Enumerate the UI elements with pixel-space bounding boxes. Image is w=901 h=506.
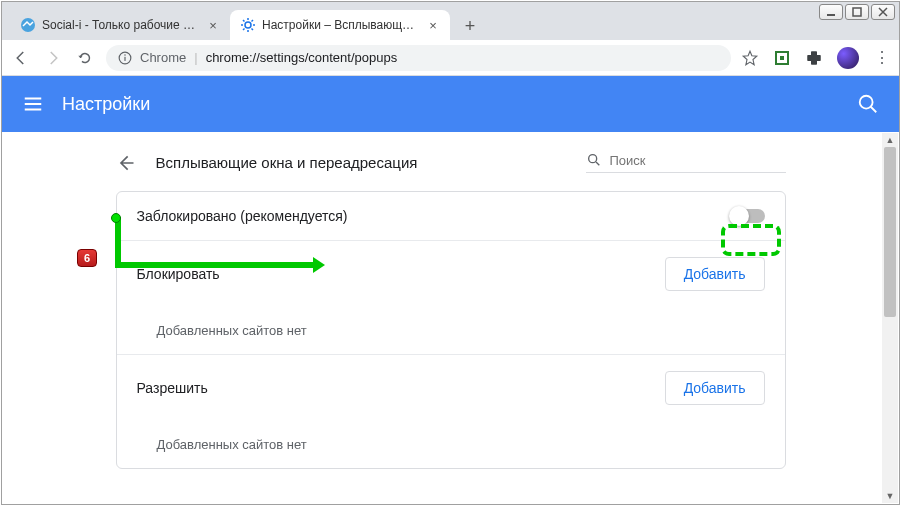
block-empty-row: Добавленных сайтов нет: [117, 307, 785, 354]
window-controls: [819, 4, 895, 20]
add-allow-button[interactable]: Добавить: [665, 371, 765, 405]
new-tab-button[interactable]: +: [456, 12, 484, 40]
svg-point-17: [860, 96, 873, 109]
close-tab-icon[interactable]: ×: [206, 18, 220, 33]
blocked-toggle[interactable]: [731, 209, 765, 223]
allow-empty-row: Добавленных сайтов нет: [117, 421, 785, 468]
favicon-settings: [240, 17, 256, 33]
back-arrow-icon[interactable]: [116, 153, 136, 173]
annotation-line: [115, 262, 315, 268]
blocked-toggle-row: Заблокировано (рекомендуется): [117, 192, 785, 240]
svg-point-14: [124, 54, 126, 56]
search-input[interactable]: [610, 153, 786, 168]
svg-line-8: [243, 20, 245, 22]
block-section-label: Блокировать: [137, 266, 665, 282]
site-info-icon[interactable]: [118, 51, 132, 65]
svg-point-3: [245, 22, 251, 28]
annotation-line: [115, 217, 121, 267]
close-window-button[interactable]: [871, 4, 895, 20]
tab-strip: Social-i - Только рабочие инстр × Настро…: [2, 2, 899, 40]
svg-rect-13: [124, 56, 125, 60]
svg-line-18: [871, 107, 877, 113]
back-button[interactable]: [10, 47, 32, 69]
panel-header: Всплывающие окна и переадресация: [116, 152, 786, 173]
extension-icon[interactable]: [773, 49, 791, 67]
svg-line-10: [243, 29, 245, 31]
svg-point-19: [588, 155, 596, 163]
svg-rect-0: [827, 14, 835, 16]
blocked-label: Заблокировано (рекомендуется): [137, 208, 731, 224]
block-empty-text: Добавленных сайтов нет: [157, 323, 307, 338]
url-scheme-label: Chrome: [140, 50, 186, 65]
settings-card: Заблокировано (рекомендуется) Блокироват…: [116, 191, 786, 469]
maximize-button[interactable]: [845, 4, 869, 20]
reload-button[interactable]: [74, 47, 96, 69]
annotation-badge: 6: [77, 249, 97, 267]
tab-settings[interactable]: Настройки – Всплывающие окн ×: [230, 10, 450, 40]
toolbar-actions: ⋮: [741, 47, 891, 69]
url-text: chrome://settings/content/popups: [206, 50, 398, 65]
hamburger-menu-icon[interactable]: [22, 93, 44, 115]
close-tab-icon[interactable]: ×: [426, 18, 440, 33]
settings-content: Всплывающие окна и переадресация Заблоки…: [2, 132, 899, 504]
svg-line-11: [252, 20, 254, 22]
annotation-dot: [111, 213, 121, 223]
forward-button[interactable]: [42, 47, 64, 69]
panel-title: Всплывающие окна и переадресация: [156, 154, 566, 171]
minimize-button[interactable]: [819, 4, 843, 20]
address-bar[interactable]: Chrome | chrome://settings/content/popup…: [106, 45, 731, 71]
tab-title: Настройки – Всплывающие окн: [262, 18, 420, 32]
bookmark-star-icon[interactable]: [741, 49, 759, 67]
svg-rect-1: [853, 8, 861, 16]
allow-section-label: Разрешить: [137, 380, 665, 396]
settings-header: Настройки: [2, 76, 899, 132]
settings-search[interactable]: [586, 152, 786, 173]
svg-line-20: [596, 162, 599, 165]
add-block-button[interactable]: Добавить: [665, 257, 765, 291]
extensions-puzzle-icon[interactable]: [805, 49, 823, 67]
profile-avatar[interactable]: [837, 47, 859, 69]
annotation-highlight-box: [721, 224, 781, 256]
popups-panel: Всплывающие окна и переадресация Заблоки…: [116, 152, 786, 469]
scroll-thumb[interactable]: [884, 147, 896, 317]
scroll-up-arrow[interactable]: ▲: [882, 133, 898, 147]
search-small-icon: [586, 152, 602, 168]
tab-title: Social-i - Только рабочие инстр: [42, 18, 200, 32]
tab-social-i[interactable]: Social-i - Только рабочие инстр ×: [10, 10, 230, 40]
allow-section-row: Разрешить Добавить: [117, 355, 785, 421]
allow-empty-text: Добавленных сайтов нет: [157, 437, 307, 452]
url-separator: |: [194, 50, 197, 65]
browser-toolbar: Chrome | chrome://settings/content/popup…: [2, 40, 899, 76]
vertical-scrollbar[interactable]: ▲ ▼: [882, 133, 898, 503]
svg-line-9: [252, 29, 254, 31]
browser-window: Social-i - Только рабочие инстр × Настро…: [1, 1, 900, 505]
toggle-knob: [729, 206, 749, 226]
kebab-menu-icon[interactable]: ⋮: [873, 49, 891, 67]
search-icon[interactable]: [857, 93, 879, 115]
annotation-arrow: [313, 257, 325, 273]
scroll-down-arrow[interactable]: ▼: [882, 489, 898, 503]
settings-title: Настройки: [62, 94, 857, 115]
block-section-row: Блокировать Добавить: [117, 241, 785, 307]
svg-rect-16: [780, 56, 784, 60]
favicon-social-i: [20, 17, 36, 33]
